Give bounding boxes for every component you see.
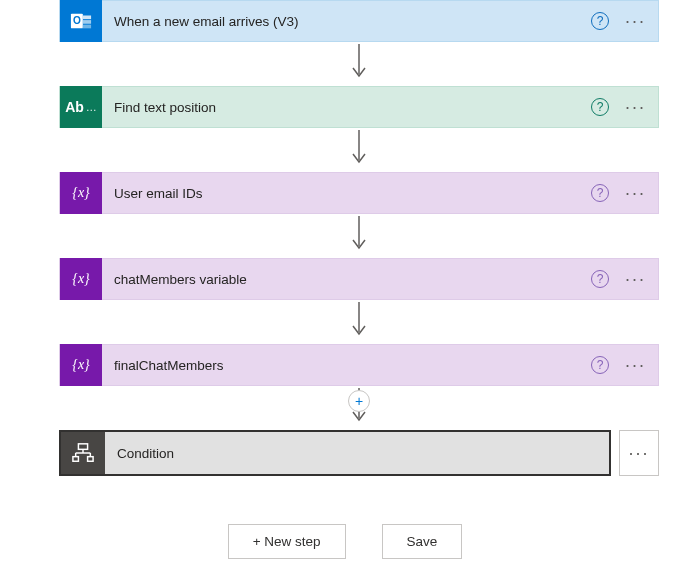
connector [59,300,659,344]
flow-step-find-text[interactable]: Ab… Find text position ? ··· [59,86,659,128]
step-title: Condition [105,446,609,461]
svg-rect-16 [88,457,94,462]
help-icon[interactable]: ? [591,356,609,374]
connector [59,42,659,86]
svg-rect-2 [83,16,91,20]
step-menu-button[interactable]: ··· [619,430,659,476]
step-menu-button[interactable]: ··· [609,355,658,376]
insert-step-button[interactable]: + [348,390,370,412]
save-button[interactable]: Save [382,524,463,559]
svg-text:O: O [73,15,81,26]
svg-rect-4 [83,25,91,29]
step-title: Find text position [102,100,591,115]
text-ops-icon: Ab… [60,86,102,128]
outlook-icon: O [60,0,102,42]
variable-icon: {x} [60,344,102,386]
flow-step-chatmembers-var[interactable]: {x} chatMembers variable ? ··· [59,258,659,300]
step-menu-button[interactable]: ··· [609,11,658,32]
step-title: chatMembers variable [102,272,591,287]
help-icon[interactable]: ? [591,12,609,30]
step-title: When a new email arrives (V3) [102,14,591,29]
flow-step-finalchatmembers[interactable]: {x} finalChatMembers ? ··· [59,344,659,386]
flow-step-user-email-ids[interactable]: {x} User email IDs ? ··· [59,172,659,214]
help-icon[interactable]: ? [591,98,609,116]
step-menu-button[interactable]: ··· [609,183,658,204]
more-icon: ··· [628,443,649,464]
svg-rect-3 [83,20,91,24]
variable-icon: {x} [60,172,102,214]
connector [59,128,659,172]
step-menu-button[interactable]: ··· [609,97,658,118]
new-step-button[interactable]: + New step [228,524,346,559]
step-menu-button[interactable]: ··· [609,269,658,290]
help-icon[interactable]: ? [591,184,609,202]
flow-step-condition[interactable]: Condition [59,430,611,476]
svg-rect-10 [78,444,87,450]
connector-with-insert: + [59,386,659,430]
step-title: finalChatMembers [102,358,591,373]
flow-step-trigger[interactable]: O When a new email arrives (V3) ? ··· [59,0,659,42]
svg-rect-15 [73,457,79,462]
condition-icon [61,432,105,474]
connector [59,214,659,258]
help-icon[interactable]: ? [591,270,609,288]
step-title: User email IDs [102,186,591,201]
variable-icon: {x} [60,258,102,300]
